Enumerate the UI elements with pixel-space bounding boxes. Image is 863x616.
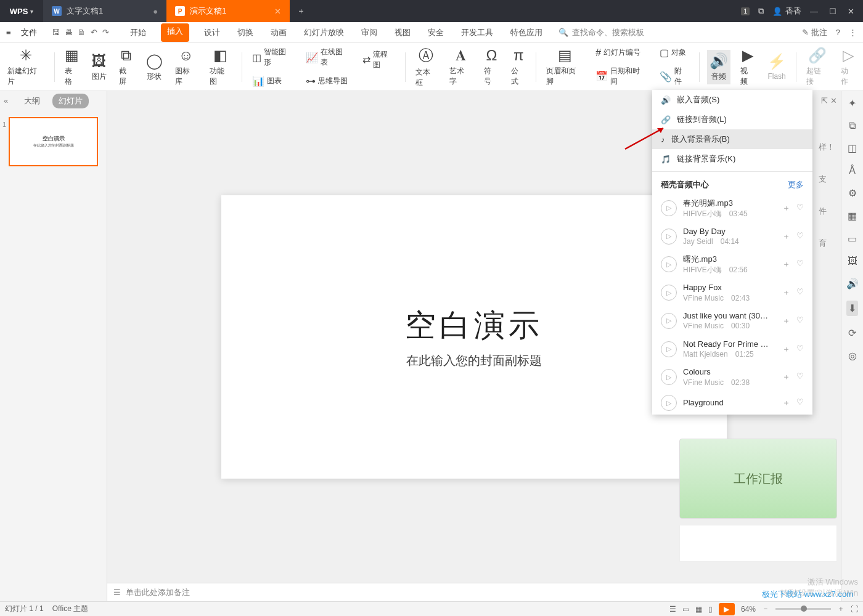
mindmap-button[interactable]: ⊶思维导图 [303, 73, 353, 89]
datetime-button[interactable]: 📅日期和时间 [593, 63, 650, 89]
equation-button[interactable]: π公式 [509, 44, 528, 89]
avatar-icon[interactable]: 👤 [772, 7, 782, 16]
add-track-icon[interactable]: ＋ [782, 287, 790, 298]
table-button[interactable]: ▦表格 [62, 44, 82, 89]
audio-menu-item[interactable]: ♪嵌入背景音乐(B) [652, 129, 812, 149]
zoom-slider[interactable] [775, 608, 831, 610]
action-button[interactable]: ▷动作 [838, 44, 858, 89]
tab-presentation[interactable]: P 演示文稿1 ✕ [166, 0, 290, 22]
add-track-icon[interactable]: ＋ [782, 259, 790, 270]
extensions-icon[interactable]: ⧉ [758, 6, 764, 16]
assistant-icon[interactable]: ✦ [848, 97, 856, 109]
minimize-icon[interactable]: — [810, 7, 818, 16]
play-icon[interactable]: ▷ [661, 341, 677, 357]
zoom-value[interactable]: 64% [741, 605, 756, 614]
play-icon[interactable]: ▷ [661, 369, 677, 385]
onlinechart-button[interactable]: 📈在线图表 [303, 44, 353, 70]
slide-thumbnail-1[interactable]: 1 空白演示 在此输入您的封面副标题 [9, 117, 98, 166]
slide-title[interactable]: 空白演示 [405, 305, 543, 346]
collapse-right-icon[interactable]: ⇱ ✕ [821, 96, 837, 105]
audio-track[interactable]: ▷ Just like you want (30s c... VFine Mus… [652, 307, 812, 335]
outline-tab[interactable]: 大纲 [18, 94, 46, 108]
notes-view-icon[interactable]: ☰ [669, 605, 676, 614]
zoom-in-icon[interactable]: ＋ [837, 604, 845, 614]
video-button[interactable]: ▶视频 [738, 44, 758, 89]
add-track-icon[interactable]: ＋ [782, 371, 790, 383]
search-command[interactable]: 🔍 查找命令、搜索模板 [558, 27, 644, 38]
close-icon[interactable]: ● [153, 7, 158, 16]
slideshow-button[interactable]: ▶ [719, 603, 735, 615]
add-track-icon[interactable]: ＋ [782, 231, 790, 242]
textbox-button[interactable]: Ⓐ文本框 [413, 43, 440, 91]
template-icon[interactable]: ◫ [848, 142, 857, 154]
object-button[interactable]: ▢对象 [657, 44, 692, 61]
tab-developer[interactable]: 开发工具 [459, 23, 496, 42]
save-icon[interactable]: 🖫 [52, 28, 60, 37]
more-icon[interactable]: ⋮ [849, 28, 857, 37]
tab-insert[interactable]: 插入 [161, 23, 189, 42]
slides-tab[interactable]: 幻灯片 [52, 94, 89, 108]
tab-design[interactable]: 设计 [202, 23, 223, 42]
fit-icon[interactable]: ⛶ [851, 605, 858, 614]
preview-icon[interactable]: 🗎 [78, 28, 86, 37]
hamburger-icon[interactable]: ≡ [6, 28, 11, 37]
media-icon[interactable]: 🖼 [848, 256, 857, 267]
audio-track[interactable]: ▷ Colours VFine Music02:38 ＋♡ [652, 363, 812, 391]
close-window-icon[interactable]: ✕ [848, 7, 854, 16]
comments-button[interactable]: ✎ 批注 [802, 27, 827, 38]
collapse-left-icon[interactable]: « [4, 96, 8, 105]
play-icon[interactable]: ▷ [661, 285, 677, 301]
reading-view-icon[interactable]: ▯ [708, 605, 713, 614]
wordart-button[interactable]: 𝐀艺术字 [447, 44, 474, 89]
format-icon[interactable]: Å [849, 165, 856, 176]
tab-special[interactable]: 特色应用 [508, 23, 545, 42]
sound-icon[interactable]: 🔊 [846, 278, 859, 290]
help-icon[interactable]: ? [836, 28, 840, 37]
history-icon[interactable]: ⟳ [848, 327, 856, 339]
favorite-icon[interactable]: ♡ [796, 397, 804, 408]
print-icon[interactable]: 🖶 [65, 28, 73, 37]
audio-track[interactable]: ▷ 曙光.mp3 HIFIVE小嗨02:56 ＋♡ [652, 250, 812, 278]
anim-icon[interactable]: ⚙ [848, 187, 857, 199]
slidenum-button[interactable]: #幻灯片编号 [593, 45, 650, 61]
close-icon[interactable]: ✕ [274, 7, 281, 16]
audio-track[interactable]: ▷ Not Ready For Prime Tim. Matt Kjeldsen… [652, 335, 812, 363]
audio-track[interactable]: ▷ 春光明媚.mp3 HIFIVE小嗨03:45 ＋♡ [652, 194, 812, 222]
tab-transition[interactable]: 切换 [235, 23, 256, 42]
play-icon[interactable]: ▷ [661, 313, 677, 329]
funcchart-button[interactable]: ◧功能图 [207, 44, 234, 89]
play-icon[interactable]: ▷ [661, 229, 677, 245]
tab-doc1[interactable]: W 文字文稿1 ● [43, 0, 166, 22]
tab-security[interactable]: 安全 [425, 23, 446, 42]
audio-menu-item[interactable]: 🔊嵌入音频(S) [652, 90, 812, 110]
download-icon[interactable]: ⬇ [846, 301, 858, 316]
add-track-icon[interactable]: ＋ [782, 315, 790, 326]
template-card-1[interactable]: 工作汇报 [679, 439, 837, 519]
tab-review[interactable]: 审阅 [359, 23, 380, 42]
favorite-icon[interactable]: ♡ [796, 371, 804, 383]
target-icon[interactable]: ◎ [848, 350, 857, 362]
tab-animation[interactable]: 动画 [268, 23, 289, 42]
audio-track[interactable]: ▷ Happy Fox VFine Music02:43 ＋♡ [652, 278, 812, 307]
undo-icon[interactable]: ↶ [91, 28, 97, 37]
symbol-button[interactable]: Ω符号 [481, 44, 501, 89]
sorter-view-icon[interactable]: ▦ [695, 605, 702, 614]
screenshot-button[interactable]: ⧉截屏 [117, 44, 136, 89]
chart-button[interactable]: 📊图表 [250, 73, 296, 89]
play-icon[interactable]: ▷ [661, 395, 677, 411]
tab-start[interactable]: 开始 [128, 23, 149, 42]
smartart-button[interactable]: ◫智能图形 [250, 44, 296, 70]
notification-badge[interactable]: 1 [741, 7, 750, 15]
headerfooter-button[interactable]: ▤页眉和页脚 [544, 44, 586, 89]
normal-view-icon[interactable]: ▭ [682, 605, 689, 614]
pic-icon[interactable]: ▦ [848, 210, 857, 222]
new-slide-button[interactable]: ✳新建幻灯片 [5, 44, 47, 89]
favorite-icon[interactable]: ♡ [796, 315, 804, 326]
tab-slideshow[interactable]: 幻灯片放映 [301, 23, 346, 42]
template-card-2[interactable] [679, 525, 837, 562]
audio-track[interactable]: ▷ Playground ＋♡ [652, 391, 812, 415]
file-menu[interactable]: 文件 [16, 25, 42, 41]
clip-icon[interactable]: ⧉ [849, 120, 856, 131]
audio-button[interactable]: 🔊音频 [707, 50, 730, 84]
tab-view[interactable]: 视图 [392, 23, 413, 42]
